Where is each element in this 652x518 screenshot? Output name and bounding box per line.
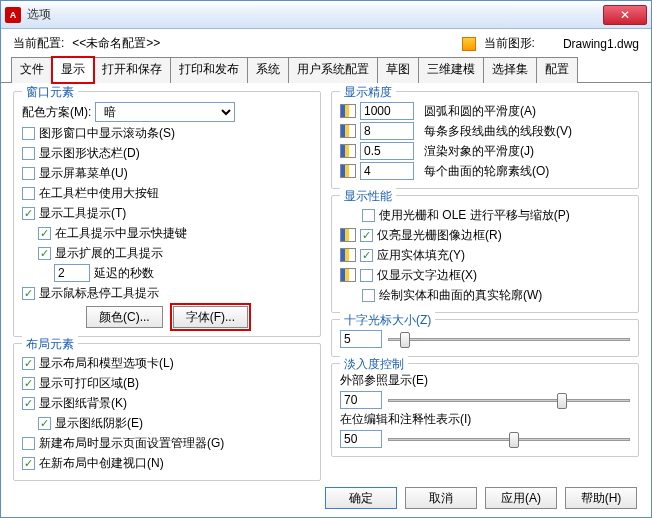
le-item-4-checkbox[interactable] (22, 437, 35, 450)
le-item-1-label: 显示可打印区域(B) (39, 375, 139, 392)
left-column: 窗口元素 配色方案(M): 暗 图形窗口中显示滚动条(S)显示图形状态栏(D)显… (13, 91, 321, 481)
precision-input-2[interactable] (360, 142, 414, 160)
drawing-var-icon (340, 248, 356, 262)
fade-group: 淡入度控制 外部参照显示(E) 在位编辑和注释性表示(I) (331, 363, 639, 457)
hover-tooltip-checkbox[interactable] (22, 287, 35, 300)
perf-checkbox-4[interactable] (362, 289, 375, 302)
le-item-5-checkbox[interactable] (22, 457, 35, 470)
footer: 确定 取消 应用(A) 帮助(H) (325, 487, 637, 509)
we-item-5-checkbox[interactable] (38, 227, 51, 240)
delay-seconds-input[interactable] (54, 264, 90, 282)
le-item-2-label: 显示图纸背景(K) (39, 395, 127, 412)
crosshair-slider[interactable] (388, 330, 630, 348)
precision-input-3[interactable] (360, 162, 414, 180)
group-title: 淡入度控制 (340, 356, 408, 373)
inplace-fade-input[interactable] (340, 430, 382, 448)
window-title: 选项 (27, 6, 603, 23)
inplace-fade-label: 在位编辑和注释性表示(I) (340, 411, 630, 428)
color-button[interactable]: 颜色(C)... (86, 306, 163, 328)
we-item-2-label: 显示屏幕菜单(U) (39, 165, 128, 182)
we-item-4-label: 显示工具提示(T) (39, 205, 126, 222)
tab-open-save[interactable]: 打开和保存 (93, 57, 171, 83)
le-item-3-label: 显示图纸阴影(E) (55, 415, 143, 432)
tab-profile[interactable]: 配置 (536, 57, 578, 83)
precision-input-1[interactable] (360, 122, 414, 140)
group-title: 显示精度 (340, 84, 396, 101)
le-item-2-checkbox[interactable] (22, 397, 35, 410)
we-item-1-checkbox[interactable] (22, 147, 35, 160)
content: 窗口元素 配色方案(M): 暗 图形窗口中显示滚动条(S)显示图形状态栏(D)显… (1, 83, 651, 485)
delay-seconds-label: 延迟的秒数 (94, 265, 154, 282)
current-config-label: 当前配置: (13, 35, 64, 52)
drawing-var-icon (340, 228, 356, 242)
precision-label-1: 每条多段线曲线的线段数(V) (424, 123, 572, 140)
display-performance-group: 显示性能 使用光栅和 OLE 进行平移与缩放(P)仅亮显光栅图像边框(R)应用实… (331, 195, 639, 313)
current-config-value: <<未命名配置>> (72, 35, 160, 52)
xref-fade-label: 外部参照显示(E) (340, 372, 630, 389)
we-item-6-checkbox[interactable] (38, 247, 51, 260)
titlebar: A 选项 ✕ (1, 1, 651, 29)
crosshair-size-input[interactable] (340, 330, 382, 348)
inplace-fade-slider[interactable] (388, 430, 630, 448)
le-item-1-checkbox[interactable] (22, 377, 35, 390)
we-item-0-label: 图形窗口中显示滚动条(S) (39, 125, 175, 142)
ok-button[interactable]: 确定 (325, 487, 397, 509)
xref-fade-input[interactable] (340, 391, 382, 409)
display-precision-group: 显示精度 圆弧和圆的平滑度(A)每条多段线曲线的线段数(V)渲染对象的平滑度(J… (331, 91, 639, 189)
perf-checkbox-3[interactable] (360, 269, 373, 282)
drawing-var-icon (340, 104, 356, 118)
hover-tooltip-label: 显示鼠标悬停工具提示 (39, 285, 159, 302)
drawing-var-icon (340, 124, 356, 138)
window-elements-group: 窗口元素 配色方案(M): 暗 图形窗口中显示滚动条(S)显示图形状态栏(D)显… (13, 91, 321, 337)
group-title: 窗口元素 (22, 84, 78, 101)
perf-checkbox-2[interactable] (360, 249, 373, 262)
palette-label: 配色方案(M): (22, 104, 91, 121)
close-button[interactable]: ✕ (603, 5, 647, 25)
we-item-4-checkbox[interactable] (22, 207, 35, 220)
perf-checkbox-1[interactable] (360, 229, 373, 242)
tab-plot[interactable]: 打印和发布 (170, 57, 248, 83)
le-item-5-label: 在新布局中创建视口(N) (39, 455, 164, 472)
perf-checkbox-0[interactable] (362, 209, 375, 222)
drawing-var-icon (340, 144, 356, 158)
perf-label-3: 仅显示文字边框(X) (377, 267, 477, 284)
tab-system[interactable]: 系统 (247, 57, 289, 83)
we-item-2-checkbox[interactable] (22, 167, 35, 180)
config-info-row: 当前配置: <<未命名配置>> 当前图形: Drawing1.dwg (1, 29, 651, 56)
perf-label-4: 绘制实体和曲面的真实轮廓(W) (379, 287, 542, 304)
font-button[interactable]: 字体(F)... (173, 306, 248, 328)
right-column: 显示精度 圆弧和圆的平滑度(A)每条多段线曲线的线段数(V)渲染对象的平滑度(J… (331, 91, 639, 481)
tab-3d[interactable]: 三维建模 (418, 57, 484, 83)
precision-label-0: 圆弧和圆的平滑度(A) (424, 103, 536, 120)
perf-label-0: 使用光栅和 OLE 进行平移与缩放(P) (379, 207, 570, 224)
tab-select[interactable]: 选择集 (483, 57, 537, 83)
tab-display[interactable]: 显示 (52, 57, 94, 83)
palette-select[interactable]: 暗 (95, 102, 235, 122)
precision-input-0[interactable] (360, 102, 414, 120)
drawing-icon (462, 37, 476, 51)
tabs: 文件 显示 打开和保存 打印和发布 系统 用户系统配置 草图 三维建模 选择集 … (1, 56, 651, 83)
drawing-var-icon (340, 268, 356, 282)
le-item-0-checkbox[interactable] (22, 357, 35, 370)
help-button[interactable]: 帮助(H) (565, 487, 637, 509)
we-item-6-label: 显示扩展的工具提示 (55, 245, 163, 262)
cancel-button[interactable]: 取消 (405, 487, 477, 509)
le-item-3-checkbox[interactable] (38, 417, 51, 430)
crosshair-group: 十字光标大小(Z) (331, 319, 639, 357)
perf-label-2: 应用实体填充(Y) (377, 247, 465, 264)
perf-label-1: 仅亮显光栅图像边框(R) (377, 227, 502, 244)
group-title: 布局元素 (22, 336, 78, 353)
xref-fade-slider[interactable] (388, 391, 630, 409)
drawing-var-icon (340, 164, 356, 178)
precision-label-2: 渲染对象的平滑度(J) (424, 143, 534, 160)
we-item-3-checkbox[interactable] (22, 187, 35, 200)
precision-label-3: 每个曲面的轮廓素线(O) (424, 163, 549, 180)
tab-user[interactable]: 用户系统配置 (288, 57, 378, 83)
le-item-4-label: 新建布局时显示页面设置管理器(G) (39, 435, 224, 452)
we-item-5-label: 在工具提示中显示快捷键 (55, 225, 187, 242)
we-item-0-checkbox[interactable] (22, 127, 35, 140)
current-drawing-label: 当前图形: (484, 35, 535, 52)
tab-draft[interactable]: 草图 (377, 57, 419, 83)
apply-button[interactable]: 应用(A) (485, 487, 557, 509)
tab-file[interactable]: 文件 (11, 57, 53, 83)
